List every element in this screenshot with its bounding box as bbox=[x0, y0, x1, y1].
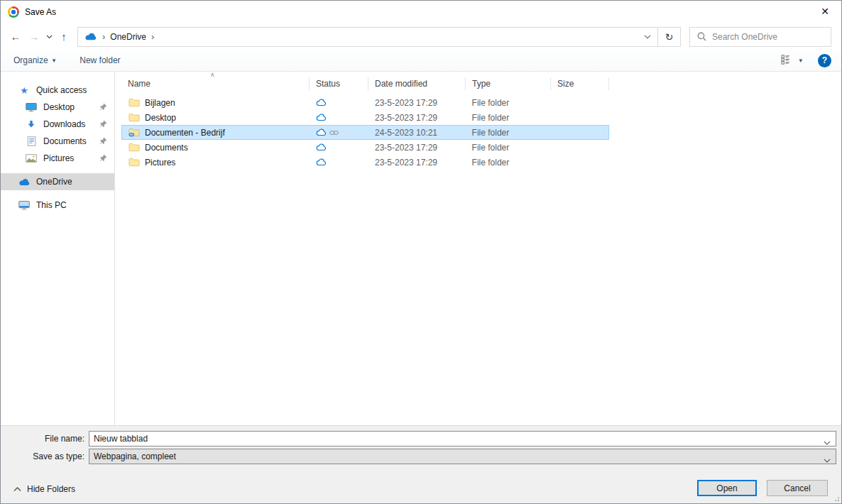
help-icon: ? bbox=[822, 55, 827, 65]
details-view-button[interactable] bbox=[781, 55, 793, 67]
folder-icon bbox=[129, 113, 140, 122]
sidebar-item-label: Desktop bbox=[43, 102, 75, 112]
pin-icon[interactable] bbox=[99, 120, 107, 130]
forward-button[interactable]: → bbox=[25, 28, 43, 46]
sidebar-item-pictures[interactable]: Pictures bbox=[1, 150, 114, 167]
file-row-documents[interactable]: Documents 23-5-2023 17:29 File folder bbox=[121, 140, 609, 155]
file-name-input[interactable] bbox=[89, 432, 836, 446]
sidebar-item-downloads[interactable]: Downloads bbox=[1, 116, 114, 133]
details-view-icon bbox=[781, 55, 793, 65]
chevron-down-icon bbox=[824, 459, 831, 463]
pin-icon[interactable] bbox=[99, 137, 107, 147]
computer-monitor-icon bbox=[18, 200, 31, 210]
new-folder-label: New folder bbox=[80, 55, 120, 65]
file-date-modified: 23-5-2023 17:29 bbox=[368, 98, 466, 108]
open-button[interactable]: Open bbox=[697, 480, 757, 496]
column-header-size[interactable]: Size bbox=[551, 77, 609, 90]
sidebar-item-label: Downloads bbox=[43, 119, 85, 129]
folder-link-icon bbox=[129, 128, 140, 137]
search-icon bbox=[697, 32, 706, 41]
column-header-date-modified[interactable]: Date modified bbox=[368, 77, 466, 90]
forward-arrow-icon: → bbox=[29, 31, 40, 43]
sidebar-item-label: Pictures bbox=[43, 153, 74, 163]
file-name-label: File name: bbox=[1, 434, 89, 444]
sidebar-item-this-pc[interactable]: This PC bbox=[1, 197, 114, 214]
breadcrumb-separator: › bbox=[102, 31, 105, 42]
file-name-combobox bbox=[89, 431, 836, 447]
main-area: ★ Quick access Desktop Downloads bbox=[1, 72, 841, 425]
address-dropdown-button[interactable] bbox=[636, 28, 657, 46]
file-type: File folder bbox=[466, 143, 551, 153]
hide-folders-label: Hide Folders bbox=[27, 484, 75, 494]
hide-folders-button[interactable]: Hide Folders bbox=[13, 484, 75, 494]
pin-icon[interactable] bbox=[99, 103, 107, 113]
save-as-type-label: Save as type: bbox=[1, 451, 89, 461]
folder-icon bbox=[129, 98, 140, 107]
sort-ascending-icon: ∧ bbox=[210, 71, 215, 78]
toolbar-right-group: ▾ ? bbox=[781, 54, 831, 67]
quick-access-star-icon: ★ bbox=[18, 85, 31, 96]
cancel-button[interactable]: Cancel bbox=[767, 480, 828, 496]
column-headers: ∧ Name Status Date modified Type Size bbox=[121, 75, 841, 93]
file-name: Bijlagen bbox=[145, 98, 175, 108]
column-header-status[interactable]: Status bbox=[310, 77, 368, 90]
chevron-up-icon bbox=[13, 487, 21, 492]
window-title: Save As bbox=[25, 7, 56, 17]
close-icon: ✕ bbox=[821, 6, 829, 17]
file-type: File folder bbox=[466, 98, 551, 108]
file-list-pane: ∧ Name Status Date modified Type Size Bi… bbox=[115, 72, 841, 425]
cloud-status-icon bbox=[316, 114, 327, 121]
organize-button[interactable]: Organize ▾ bbox=[13, 55, 55, 65]
up-arrow-icon: ↑ bbox=[61, 31, 67, 43]
onedrive-cloud-icon bbox=[18, 177, 31, 187]
file-type: File folder bbox=[466, 158, 551, 168]
folder-icon bbox=[129, 143, 140, 152]
save-as-type-select[interactable]: Webpagina, compleet bbox=[89, 449, 836, 464]
search-box bbox=[689, 27, 831, 47]
chevron-down-icon bbox=[644, 35, 651, 39]
sidebar-item-documents[interactable]: Documents bbox=[1, 133, 114, 150]
breadcrumb-item-onedrive[interactable]: OneDrive bbox=[110, 32, 146, 42]
sidebar-item-label: OneDrive bbox=[36, 177, 72, 187]
address-bar[interactable]: › OneDrive › bbox=[77, 27, 658, 47]
file-row-bijlagen[interactable]: Bijlagen 23-5-2023 17:29 File folder bbox=[121, 95, 609, 110]
help-button[interactable]: ? bbox=[818, 54, 831, 67]
pin-icon[interactable] bbox=[99, 154, 107, 164]
save-as-type-dropdown-button[interactable] bbox=[824, 455, 831, 465]
navigation-pane: ★ Quick access Desktop Downloads bbox=[1, 72, 115, 425]
sidebar-item-label: This PC bbox=[36, 200, 67, 210]
view-options-dropdown[interactable]: ▾ bbox=[799, 57, 802, 64]
link-status-icon bbox=[329, 130, 339, 136]
new-folder-button[interactable]: New folder bbox=[80, 55, 120, 65]
file-name-dropdown-button[interactable] bbox=[824, 437, 831, 447]
file-rows: Bijlagen 23-5-2023 17:29 File folder Des… bbox=[115, 95, 841, 170]
column-header-name[interactable]: Name bbox=[121, 77, 310, 90]
file-name: Documents bbox=[145, 143, 188, 153]
file-row-desktop[interactable]: Desktop 23-5-2023 17:29 File folder bbox=[121, 110, 609, 125]
download-arrow-icon bbox=[25, 120, 38, 129]
file-date-modified: 23-5-2023 17:29 bbox=[368, 113, 466, 123]
back-button[interactable]: ← bbox=[6, 28, 25, 46]
sidebar-item-quick-access[interactable]: ★ Quick access bbox=[1, 82, 114, 99]
resize-grip[interactable] bbox=[833, 495, 840, 502]
breadcrumb: › OneDrive › bbox=[78, 28, 636, 46]
search-input[interactable] bbox=[712, 32, 826, 42]
recent-locations-button[interactable] bbox=[43, 28, 55, 46]
up-button[interactable]: ↑ bbox=[55, 28, 73, 46]
chrome-icon bbox=[8, 6, 19, 18]
file-date-modified: 24-5-2023 10:21 bbox=[368, 128, 466, 138]
column-header-type[interactable]: Type bbox=[466, 77, 551, 90]
navigation-bar: ← → ↑ › OneDrive › ↻ bbox=[1, 23, 841, 50]
file-row-pictures[interactable]: Pictures 23-5-2023 17:29 File folder bbox=[121, 155, 609, 170]
refresh-button[interactable]: ↻ bbox=[658, 27, 681, 47]
chevron-down-icon: ▾ bbox=[53, 57, 56, 64]
file-name: Pictures bbox=[145, 158, 175, 168]
onedrive-cloud-icon bbox=[84, 32, 97, 41]
sidebar-item-desktop[interactable]: Desktop bbox=[1, 99, 114, 116]
close-button[interactable]: ✕ bbox=[809, 1, 841, 22]
save-as-type-value: Webpagina, compleet bbox=[89, 451, 176, 461]
chevron-down-icon bbox=[824, 441, 831, 445]
file-row-documenten-bedrijf[interactable]: Documenten - Bedrijf 24-5-2023 10:21 Fil… bbox=[121, 125, 609, 140]
sidebar-item-onedrive[interactable]: OneDrive bbox=[1, 173, 114, 190]
organize-label: Organize bbox=[13, 55, 48, 65]
